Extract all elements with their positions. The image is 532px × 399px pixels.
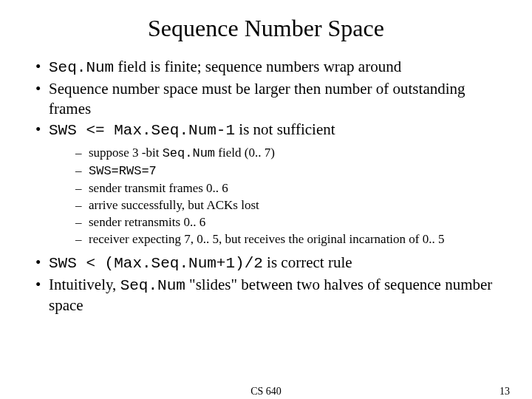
footer-page-number: 13 <box>499 386 510 398</box>
text: is correct rule <box>263 253 352 271</box>
text: field is finite; sequence numbers wrap a… <box>114 58 401 75</box>
bullet-item: SWS < (Max.Seq.Num+1)/2 is correct rule <box>35 253 510 273</box>
sub-bullet-item: receiver expecting 7, 0.. 5, but receive… <box>75 231 510 248</box>
bullet-item: SWS <= Max.Seq.Num-1 is not sufficient s… <box>35 120 510 248</box>
code-text: Seq.Num <box>120 277 185 294</box>
footer-course: CS 640 <box>250 386 282 398</box>
sub-bullet-item: suppose 3 -bit Seq.Num field (0.. 7) <box>75 145 510 163</box>
sub-bullet-item: arrive successfully, but ACKs lost <box>75 197 510 214</box>
text: field (0.. 7) <box>215 146 275 160</box>
text: suppose 3 -bit <box>89 146 163 160</box>
code-text: SWS < (Max.Seq.Num+1)/2 <box>49 255 263 272</box>
sub-bullet-item: sender retransmits 0.. 6 <box>75 214 510 231</box>
bullet-list: Seq.Num field is finite; sequence number… <box>22 57 510 315</box>
bullet-item: Seq.Num field is finite; sequence number… <box>35 57 510 78</box>
code-text: SWS <= Max.Seq.Num-1 <box>49 122 235 139</box>
text: Intuitively, <box>49 276 120 293</box>
sub-bullet-list: suppose 3 -bit Seq.Num field (0.. 7) SWS… <box>49 145 510 248</box>
bullet-item: Intuitively, Seq.Num "slides" between tw… <box>35 275 510 316</box>
sub-bullet-item: sender transmit frames 0.. 6 <box>75 180 510 197</box>
sub-bullet-item: SWS=RWS=7 <box>75 163 510 180</box>
code-text: Seq.Num <box>163 146 215 160</box>
code-text: Seq.Num <box>49 59 114 76</box>
slide-title: Sequence Number Space <box>22 15 510 42</box>
code-text: SWS=RWS=7 <box>89 164 157 178</box>
text: is not sufficient <box>235 120 335 138</box>
bullet-item: Sequence number space must be larger the… <box>35 79 510 118</box>
